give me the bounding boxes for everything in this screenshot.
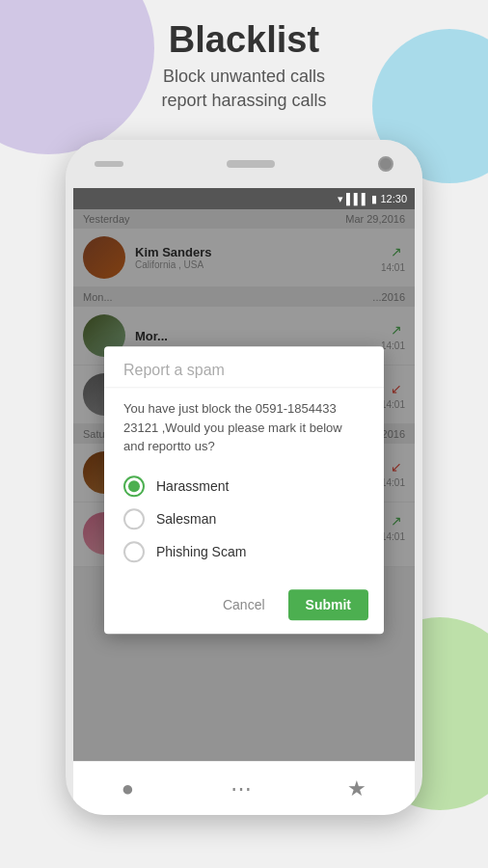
wifi-icon: ▾ bbox=[338, 193, 343, 205]
status-bar: ▾ ▌▌▌ ▮ 12:30 bbox=[73, 188, 415, 209]
radio-phishing[interactable]: Phishing Scam bbox=[123, 535, 365, 568]
radio-inner-harassment bbox=[128, 480, 140, 492]
radio-circle-phishing bbox=[123, 541, 145, 562]
cancel-button[interactable]: Cancel bbox=[215, 591, 273, 618]
radio-circle-harassment bbox=[123, 475, 145, 497]
nav-grid-icon[interactable]: ⋯ bbox=[230, 776, 252, 801]
phone-frame: ▾ ▌▌▌ ▮ 12:30 Yesterday Mar 29,2016 Kim … bbox=[66, 140, 422, 815]
bottom-nav: ● ⋯ ★ bbox=[73, 761, 415, 815]
radio-circle-salesman bbox=[123, 508, 145, 529]
battery-icon: ▮ bbox=[371, 193, 377, 205]
phone-camera bbox=[378, 156, 393, 172]
dialog-message: You have just block the 0591-1854433 231… bbox=[123, 399, 365, 456]
page-subtitle: Block unwanted callsreport harassing cal… bbox=[0, 65, 488, 113]
dialog-title: Report a spam bbox=[104, 346, 384, 388]
radio-harassment[interactable]: Harassment bbox=[123, 470, 365, 502]
phone-speaker-left bbox=[95, 161, 123, 167]
nav-favorites-icon[interactable]: ★ bbox=[347, 776, 366, 801]
status-bar-icons: ▾ ▌▌▌ ▮ 12:30 bbox=[338, 193, 407, 205]
dialog-body: You have just block the 0591-1854433 231… bbox=[104, 388, 384, 580]
signal-icon: ▌▌▌ bbox=[346, 193, 368, 204]
phone-screen: ▾ ▌▌▌ ▮ 12:30 Yesterday Mar 29,2016 Kim … bbox=[73, 188, 415, 761]
report-spam-dialog: Report a spam You have just block the 05… bbox=[104, 346, 384, 634]
radio-salesman[interactable]: Salesman bbox=[123, 502, 365, 535]
radio-label-salesman: Salesman bbox=[156, 511, 216, 527]
radio-label-harassment: Harassment bbox=[156, 478, 229, 494]
status-time: 12:30 bbox=[380, 193, 407, 204]
call-list: Yesterday Mar 29,2016 Kim Sanders Califo… bbox=[73, 209, 415, 761]
page-title: Blacklist bbox=[0, 19, 488, 61]
page-header: Blacklist Block unwanted callsreport har… bbox=[0, 19, 488, 113]
radio-label-phishing: Phishing Scam bbox=[156, 544, 246, 559]
phone-speaker bbox=[227, 160, 275, 168]
dialog-actions: Cancel Submit bbox=[104, 580, 384, 634]
submit-button[interactable]: Submit bbox=[288, 589, 368, 620]
phone-bezel-top bbox=[66, 140, 422, 188]
nav-contacts-icon[interactable]: ● bbox=[122, 776, 134, 801]
